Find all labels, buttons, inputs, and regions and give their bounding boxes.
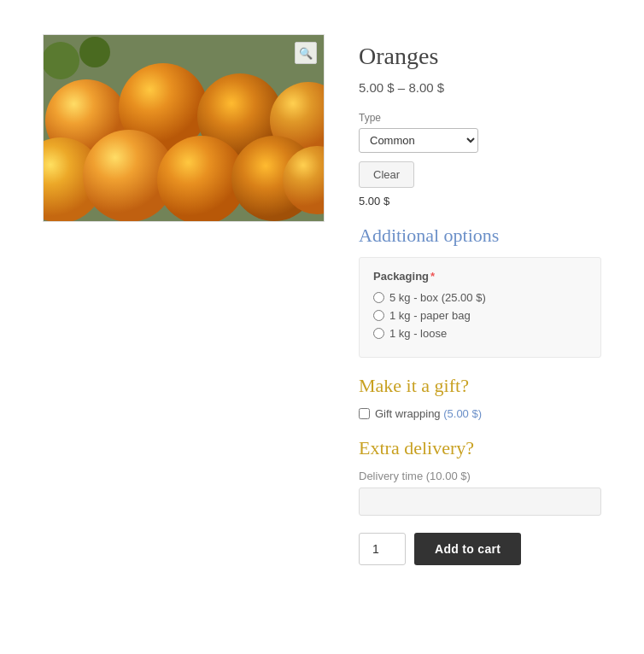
type-select[interactable]: Common Navel Blood Orange xyxy=(359,128,478,153)
additional-options-section: Additional options Packaging* 5 kg - box… xyxy=(359,225,601,358)
gift-label: Gift wrapping (5.00 $) xyxy=(375,407,482,420)
packaging-label: Packaging* xyxy=(373,270,587,283)
packaging-box: Packaging* 5 kg - box (25.00 $) 1 kg - p… xyxy=(359,257,601,358)
quantity-input[interactable]: 1 xyxy=(359,533,406,565)
packaging-radio-3[interactable] xyxy=(373,328,384,339)
gift-price-note: (5.00 $) xyxy=(443,407,482,420)
zoom-icon[interactable]: 🔍 xyxy=(295,42,317,64)
gift-section: Make it a gift? Gift wrapping (5.00 $) xyxy=(359,375,601,420)
add-to-cart-row: 1 Add to cart xyxy=(359,533,601,565)
packaging-radio-2[interactable] xyxy=(373,310,384,321)
product-image-wrapper: 🔍 xyxy=(43,34,325,222)
required-asterisk: * xyxy=(430,270,435,283)
gift-wrapping-option: Gift wrapping (5.00 $) xyxy=(359,407,601,420)
delivery-input[interactable] xyxy=(359,488,601,516)
product-image-column: 🔍 xyxy=(43,34,325,565)
clear-button[interactable]: Clear xyxy=(359,161,414,188)
add-to-cart-button[interactable]: Add to cart xyxy=(414,533,521,565)
selected-price: 5.00 $ xyxy=(359,195,601,207)
packaging-option-2: 1 kg - paper bag xyxy=(373,309,587,322)
delivery-price-note: (10.00 $) xyxy=(426,470,471,482)
delivery-time-label: Delivery time (10.00 $) xyxy=(359,470,601,482)
delivery-section: Extra delivery? Delivery time (10.00 $) xyxy=(359,437,601,516)
gift-heading: Make it a gift? xyxy=(359,375,601,397)
svg-point-12 xyxy=(79,37,110,67)
product-page: 🔍 Oranges 5.00 $ – 8.00 $ Type Common Na… xyxy=(17,17,627,582)
packaging-option-1: 5 kg - box (25.00 $) xyxy=(373,291,587,304)
delivery-heading: Extra delivery? xyxy=(359,437,601,459)
product-image-svg xyxy=(44,35,325,222)
product-title: Oranges xyxy=(359,43,601,70)
gift-checkbox[interactable] xyxy=(359,408,370,419)
additional-options-heading: Additional options xyxy=(359,225,601,247)
packaging-label-3: 1 kg - loose xyxy=(389,327,447,340)
packaging-option-3: 1 kg - loose xyxy=(373,327,587,340)
packaging-radio-1[interactable] xyxy=(373,292,384,303)
type-label: Type xyxy=(359,112,601,124)
packaging-label-1: 5 kg - box (25.00 $) xyxy=(389,291,486,304)
svg-point-11 xyxy=(44,42,79,79)
packaging-label-2: 1 kg - paper bag xyxy=(389,309,471,322)
type-selector: Type Common Navel Blood Orange Clear 5.0… xyxy=(359,112,601,207)
product-price-range: 5.00 $ – 8.00 $ xyxy=(359,80,601,95)
product-info-column: Oranges 5.00 $ – 8.00 $ Type Common Nave… xyxy=(359,34,601,565)
